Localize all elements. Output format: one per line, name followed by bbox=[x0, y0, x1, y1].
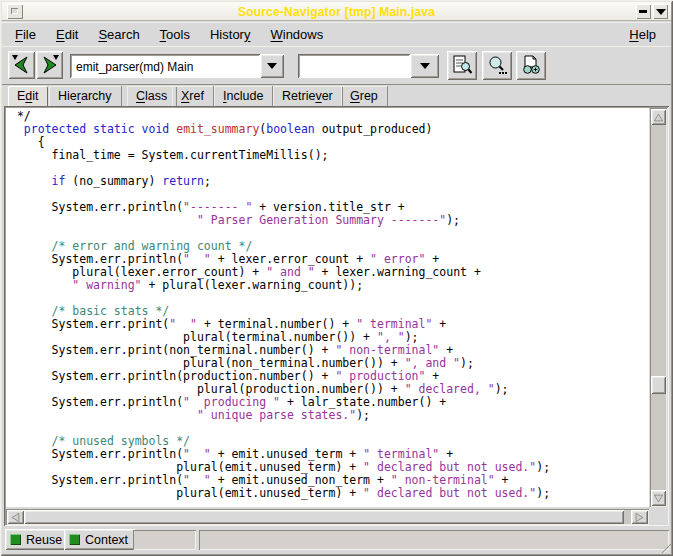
tab-edit[interactable]: Edit bbox=[8, 86, 48, 106]
code-editor[interactable]: */ protected static void emit_summary(bo… bbox=[6, 108, 649, 507]
history-back-button[interactable] bbox=[8, 51, 35, 79]
search-button[interactable] bbox=[482, 51, 512, 80]
menu-search[interactable]: Search bbox=[91, 24, 146, 45]
green-right-arrow-icon bbox=[36, 51, 63, 79]
menu-file[interactable]: File bbox=[8, 24, 43, 45]
search-combobox-input[interactable] bbox=[298, 54, 410, 78]
menu-edit[interactable]: Edit bbox=[49, 24, 85, 45]
source-navigator-window: Source-Navigator [tmp] Main.java File Ed… bbox=[0, 0, 673, 556]
titlebar[interactable]: Source-Navigator [tmp] Main.java bbox=[2, 2, 671, 21]
arrow-up-icon bbox=[653, 112, 664, 123]
horizontal-scrollbar-thumb[interactable] bbox=[24, 510, 624, 524]
context-indicator-icon bbox=[69, 534, 80, 545]
status-panel-left bbox=[133, 530, 196, 550]
horizontal-scrollbar[interactable] bbox=[6, 509, 649, 525]
scroll-up-button[interactable] bbox=[651, 109, 666, 125]
history-forward-button[interactable] bbox=[36, 51, 63, 79]
symbol-combobox-input[interactable] bbox=[70, 54, 260, 78]
vertical-scrollbar[interactable] bbox=[650, 108, 667, 507]
reuse-label: Reuse bbox=[26, 533, 62, 547]
scroll-left-button[interactable] bbox=[7, 510, 24, 524]
chevron-down-icon bbox=[420, 63, 430, 69]
minimize-button[interactable] bbox=[636, 4, 651, 19]
scroll-right-button[interactable] bbox=[631, 510, 648, 524]
editor-document-icon bbox=[451, 54, 473, 76]
tab-class[interactable]: Class bbox=[127, 86, 177, 106]
tabbar: Edit Hierarchy Class Xref Include Retrie… bbox=[2, 85, 671, 106]
code-text: */ protected static void emit_summary(bo… bbox=[10, 110, 649, 500]
tab-grep[interactable]: Grep bbox=[341, 86, 388, 106]
green-left-arrow-icon bbox=[8, 51, 35, 79]
tab-hierarchy[interactable]: Hierarchy bbox=[49, 86, 122, 106]
tab-retriever[interactable]: Retriever bbox=[273, 86, 343, 106]
retriever-button[interactable] bbox=[516, 51, 546, 80]
context-toggle[interactable]: Context bbox=[64, 529, 135, 550]
window-shade-button[interactable] bbox=[653, 4, 668, 19]
editor-frame: */ protected static void emit_summary(bo… bbox=[4, 106, 669, 526]
toolbar bbox=[2, 46, 671, 85]
menu-windows[interactable]: Windows bbox=[263, 24, 330, 45]
resize-grip[interactable] bbox=[655, 539, 671, 553]
chevron-down-icon bbox=[267, 63, 277, 69]
minimize-icon bbox=[639, 10, 647, 13]
scroll-down-button[interactable] bbox=[651, 490, 666, 506]
statusbar: Reuse Context bbox=[2, 529, 671, 551]
arrow-down-icon bbox=[653, 493, 664, 504]
menu-tools[interactable]: Tools bbox=[153, 24, 197, 45]
context-label: Context bbox=[85, 533, 128, 547]
status-panel-right bbox=[199, 530, 669, 550]
reuse-toggle[interactable]: Reuse bbox=[5, 529, 69, 550]
reuse-indicator-icon bbox=[10, 534, 21, 545]
shade-triangle-icon bbox=[656, 9, 666, 15]
menubar: File Edit Search Tools History Windows H… bbox=[2, 22, 671, 46]
open-editor-button[interactable] bbox=[447, 51, 477, 80]
menu-history[interactable]: History bbox=[203, 24, 257, 45]
tab-include[interactable]: Include bbox=[214, 86, 273, 106]
arrow-right-icon bbox=[634, 512, 645, 523]
menu-help[interactable]: Help bbox=[622, 24, 663, 45]
search-combobox-arrow[interactable] bbox=[410, 54, 439, 78]
symbol-combobox-arrow[interactable] bbox=[260, 54, 284, 78]
retriever-glasses-icon bbox=[520, 54, 542, 76]
window-title: Source-Navigator [tmp] Main.java bbox=[2, 5, 671, 19]
arrow-left-icon bbox=[10, 512, 21, 523]
vertical-scrollbar-thumb[interactable] bbox=[651, 376, 666, 394]
search-magnifier-icon bbox=[486, 54, 508, 76]
tab-xref[interactable]: Xref bbox=[172, 86, 214, 106]
